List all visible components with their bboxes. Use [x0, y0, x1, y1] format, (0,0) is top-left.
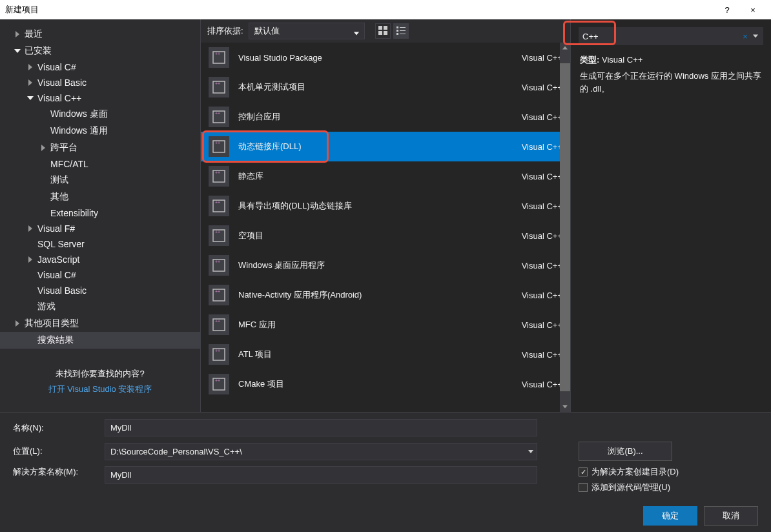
template-name: ATL 项目: [238, 349, 522, 360]
window-title: 新建项目: [5, 4, 714, 15]
template-item[interactable]: ++ATL 项目Visual C++: [201, 340, 570, 369]
chevron-down-icon: [354, 28, 359, 34]
tree-visual-fsharp[interactable]: Visual F#: [0, 221, 200, 236]
svg-text:++: ++: [215, 230, 220, 234]
tree-mfc-atl[interactable]: MFC/ATL: [0, 156, 200, 172]
create-directory-checkbox[interactable]: 为解决方案创建目录(D): [579, 466, 679, 478]
svg-text:++: ++: [215, 260, 220, 264]
cancel-button[interactable]: 取消: [704, 506, 758, 526]
svg-text:++: ++: [215, 319, 220, 323]
tree-extensibility[interactable]: Extensibility: [0, 205, 200, 221]
help-button[interactable]: ?: [714, 0, 740, 19]
open-installer-link[interactable]: 打开 Visual Studio 安装程序: [0, 384, 200, 395]
chevron-right-icon: [39, 143, 48, 152]
template-item[interactable]: ++MFC 应用Visual C++: [201, 310, 570, 340]
name-input[interactable]: [105, 419, 537, 436]
svg-rect-3: [384, 31, 387, 35]
template-icon: ++: [209, 77, 229, 97]
template-name: 本机单元测试项目: [238, 81, 522, 93]
template-item[interactable]: ++Windows 桌面应用程序Visual C++: [201, 251, 570, 280]
close-button[interactable]: ×: [740, 0, 766, 19]
template-icon: ++: [209, 285, 229, 305]
tree-visual-csharp-2[interactable]: Visual C#: [0, 267, 200, 283]
template-name: Native-Activity 应用程序(Android): [238, 289, 522, 301]
location-label: 位置(L):: [13, 445, 97, 457]
tree-other-project-types[interactable]: 其他项目类型: [0, 315, 200, 332]
not-found-text: 未找到你要查找的内容?: [0, 368, 200, 380]
details-panel: × 类型: Visual C++ 生成可在多个正在运行的 Windows 应用之…: [571, 19, 771, 412]
tree-installed[interactable]: 已安装: [0, 43, 200, 59]
view-grid-button[interactable]: [375, 23, 391, 39]
tree-search-results[interactable]: 搜索结果: [0, 332, 200, 349]
titlebar: 新建项目 ? ×: [0, 0, 771, 19]
scrollbar[interactable]: [560, 43, 570, 412]
new-project-dialog: 新建项目 ? × 最近 已安装 Visual C# Visual Basic V…: [0, 0, 771, 532]
template-item[interactable]: ++动态链接库(DLL)Visual C++: [201, 132, 570, 161]
chevron-down-icon: [13, 46, 22, 56]
template-item[interactable]: ++控制台应用Visual C++: [201, 102, 570, 132]
template-icon: ++: [209, 196, 229, 216]
body: 最近 已安装 Visual C# Visual Basic Visual C++…: [0, 19, 771, 412]
template-language: Visual C++: [522, 261, 562, 271]
template-language: Visual C++: [522, 350, 562, 360]
svg-text:++: ++: [215, 81, 220, 86]
tree-sql-server[interactable]: SQL Server: [0, 236, 200, 252]
template-item[interactable]: ++静态库Visual C++: [201, 161, 570, 191]
view-list-button[interactable]: [393, 23, 409, 39]
template-language: Visual C++: [522, 172, 562, 181]
ok-button[interactable]: 确定: [643, 506, 697, 526]
location-dropdown-button[interactable]: [528, 447, 533, 456]
svg-rect-2: [378, 31, 382, 35]
tree-recent[interactable]: 最近: [0, 26, 200, 43]
category-tree: 最近 已安装 Visual C# Visual Basic Visual C++…: [0, 19, 200, 412]
template-name: 静态库: [238, 170, 522, 182]
template-item[interactable]: ++空项目Visual C++: [201, 221, 570, 251]
template-icon: ++: [209, 136, 229, 157]
template-name: Visual Studio Package: [238, 53, 522, 63]
svg-rect-7: [400, 30, 406, 31]
tree-javascript[interactable]: JavaScript: [0, 252, 200, 267]
search-input[interactable]: [582, 32, 739, 41]
tree-games[interactable]: 游戏: [0, 298, 200, 315]
template-list[interactable]: ++Visual Studio PackageVisual C++++本机单元测…: [201, 43, 570, 412]
tree-windows-universal[interactable]: Windows 通用: [0, 123, 200, 139]
svg-rect-5: [400, 27, 406, 28]
template-icon: ++: [209, 255, 229, 276]
chevron-right-icon: [26, 224, 35, 233]
browse-button[interactable]: 浏览(B)...: [579, 442, 672, 461]
sort-dropdown[interactable]: 默认值: [249, 23, 365, 39]
svg-rect-6: [396, 30, 398, 32]
template-icon: ++: [209, 374, 229, 394]
tree-cross-platform[interactable]: 跨平台: [0, 139, 200, 156]
bottom-form: 名称(N): 位置(L): 浏览(B)... 解决方案名称(M): 为解决方案创…: [0, 412, 771, 532]
template-name: 空项目: [238, 230, 522, 241]
svg-text:++: ++: [215, 378, 220, 383]
tree-visual-basic[interactable]: Visual Basic: [0, 75, 200, 90]
template-item[interactable]: ++CMake 项目Visual C++: [201, 369, 570, 399]
add-source-control-checkbox[interactable]: 添加到源代码管理(U): [579, 482, 679, 493]
tree-visual-basic-2[interactable]: Visual Basic: [0, 283, 200, 298]
search-box[interactable]: ×: [579, 27, 763, 45]
template-item[interactable]: ++Native-Activity 应用程序(Android)Visual C+…: [201, 280, 570, 310]
template-language: Visual C++: [522, 320, 562, 330]
tree-visual-csharp[interactable]: Visual C#: [0, 59, 200, 75]
chevron-right-icon: [13, 30, 22, 39]
template-language: Visual C++: [522, 231, 562, 241]
svg-text:++: ++: [215, 170, 220, 175]
scroll-down-button[interactable]: [560, 402, 570, 412]
tree-visual-cpp[interactable]: Visual C++: [0, 90, 200, 106]
clear-search-button[interactable]: ×: [739, 30, 752, 43]
tree-test[interactable]: 测试: [0, 172, 200, 189]
template-item[interactable]: ++本机单元测试项目Visual C++: [201, 72, 570, 102]
template-name: 动态链接库(DLL): [238, 141, 522, 152]
scroll-thumb[interactable]: [560, 63, 570, 391]
search-dropdown-button[interactable]: [752, 34, 759, 39]
solution-name-input[interactable]: [105, 466, 537, 484]
tree-windows-desktop[interactable]: Windows 桌面: [0, 106, 200, 123]
template-item[interactable]: ++Visual Studio PackageVisual C++: [201, 43, 570, 72]
scroll-up-button[interactable]: [560, 43, 570, 53]
location-input[interactable]: [105, 443, 537, 460]
tree-other[interactable]: 其他: [0, 189, 200, 205]
template-name: CMake 项目: [238, 378, 522, 390]
template-item[interactable]: ++具有导出项的(DLL)动态链接库Visual C++: [201, 191, 570, 221]
